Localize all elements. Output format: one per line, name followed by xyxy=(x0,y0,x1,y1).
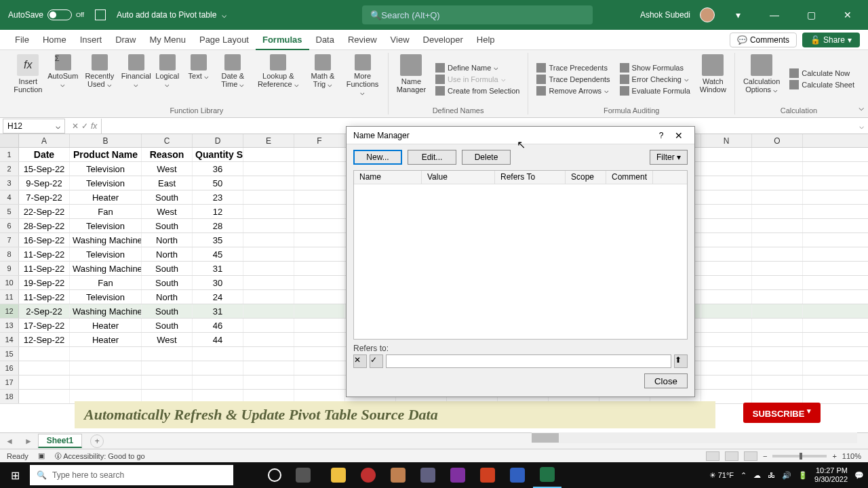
zoom-level[interactable]: 110% xyxy=(842,452,861,460)
sheet-nav-next-icon[interactable]: ► xyxy=(19,436,38,446)
use-in-formula-button[interactable]: Use in Formula ⌵ xyxy=(433,74,522,85)
text-button[interactable]: Text ⌵ xyxy=(185,53,212,105)
autosave-toggle[interactable]: AutoSave Off xyxy=(8,9,84,20)
weather-widget[interactable]: ☀ 71°F xyxy=(709,471,734,480)
tab-formulas[interactable]: Formulas xyxy=(256,30,309,50)
normal-view-icon[interactable] xyxy=(706,451,719,461)
comments-button[interactable]: 💬 Comments xyxy=(730,33,797,47)
expand-bar-icon[interactable]: ⌵ xyxy=(855,121,868,131)
remove-arrows-button[interactable]: Remove Arrows ⌵ xyxy=(534,85,612,96)
show-formulas-button[interactable]: Show Formulas xyxy=(617,62,693,73)
edit-button[interactable]: Edit... xyxy=(408,150,456,165)
filter-button[interactable]: Filter ▾ xyxy=(650,150,688,165)
share-button[interactable]: 🔓 Share ▾ xyxy=(802,33,860,47)
tab-page-layout[interactable]: Page Layout xyxy=(193,30,256,50)
col-header[interactable]: A xyxy=(19,134,70,147)
excel-icon[interactable] xyxy=(533,462,561,488)
trace-precedents-button[interactable]: Trace Precedents xyxy=(534,62,612,73)
watch-window-button[interactable]: Watch Window xyxy=(697,53,729,105)
trace-dependents-button[interactable]: Trace Dependents xyxy=(534,74,612,85)
name-manager-button[interactable]: Name Manager xyxy=(394,53,429,105)
calculate-now-button[interactable]: Calculate Now xyxy=(787,68,857,79)
powerpoint-icon[interactable] xyxy=(473,462,502,488)
search-input[interactable]: 🔍 Search (Alt+Q) xyxy=(362,5,593,24)
col-header[interactable]: F xyxy=(294,134,345,147)
col-scope[interactable]: Scope xyxy=(566,171,606,184)
explorer-icon[interactable] xyxy=(324,462,353,488)
avatar[interactable] xyxy=(700,7,715,22)
store-icon[interactable] xyxy=(414,462,442,488)
username[interactable]: Ashok Subedi xyxy=(640,10,690,20)
cancel-icon[interactable]: ✕ xyxy=(72,121,79,131)
taskbar-search[interactable]: 🔍 Type here to search xyxy=(30,465,233,485)
recently-used-button[interactable]: Recently Used ⌵ xyxy=(81,53,119,105)
collapse-ribbon-icon[interactable]: ⌵ xyxy=(859,102,864,113)
tab-developer[interactable]: Developer xyxy=(416,30,470,50)
sheet-nav-prev-icon[interactable]: ◄ xyxy=(0,436,19,446)
select-all-corner[interactable] xyxy=(0,134,19,147)
evaluate-formula-button[interactable]: Evaluate Formula xyxy=(617,85,693,96)
col-name[interactable]: Name xyxy=(354,171,422,184)
page-break-view-icon[interactable] xyxy=(744,451,757,461)
create-from-selection-button[interactable]: Create from Selection xyxy=(433,85,522,96)
tab-review[interactable]: Review xyxy=(341,30,384,50)
error-checking-button[interactable]: Error Checking ⌵ xyxy=(617,74,693,85)
logical-button[interactable]: Logical ⌵ xyxy=(154,53,181,105)
filename[interactable]: Auto add data to Pivot table ⌵ xyxy=(117,10,226,20)
paint-icon[interactable] xyxy=(384,462,412,488)
horizontal-scrollbar[interactable] xyxy=(532,432,857,443)
task-view-icon[interactable] xyxy=(289,462,317,488)
cortana-icon[interactable] xyxy=(260,462,289,488)
close-icon[interactable]: ✕ xyxy=(670,130,688,141)
battery-icon[interactable]: 🔋 xyxy=(798,471,808,480)
zoom-out-icon[interactable]: − xyxy=(763,452,767,460)
col-header[interactable]: E xyxy=(243,134,294,147)
help-icon[interactable]: ? xyxy=(652,131,670,140)
collapse-dialog-icon[interactable]: ⬆ xyxy=(674,354,688,368)
tab-help[interactable]: Help xyxy=(470,30,502,50)
clock[interactable]: 10:27 PM9/30/2022 xyxy=(814,466,848,484)
close-icon[interactable]: ✕ xyxy=(834,0,861,30)
enter-icon[interactable]: ✓ xyxy=(81,121,88,131)
accessibility-status[interactable]: 🛈 Accessibility: Good to go xyxy=(54,452,145,460)
tab-draw[interactable]: Draw xyxy=(108,30,142,50)
app-icon[interactable] xyxy=(443,462,472,488)
more-functions-button[interactable]: More Functions ⌵ xyxy=(342,53,382,105)
subscribe-button[interactable]: SUBSCRIBE ▾ xyxy=(743,403,821,423)
col-header[interactable]: D xyxy=(193,134,243,147)
refers-to-input[interactable] xyxy=(386,354,671,368)
toggle-icon[interactable] xyxy=(47,9,72,20)
col-header[interactable]: N xyxy=(701,134,752,147)
tray-chevron-icon[interactable]: ⌃ xyxy=(741,471,747,480)
ribbon-opts-icon[interactable]: ▾ xyxy=(724,0,751,30)
math-trig-button[interactable]: Math & Trig ⌵ xyxy=(307,53,339,105)
sheet-tab-sheet1[interactable]: Sheet1 xyxy=(38,434,82,448)
minimize-icon[interactable]: — xyxy=(761,0,788,30)
onedrive-icon[interactable]: ☁ xyxy=(753,471,761,480)
save-icon[interactable] xyxy=(95,9,106,20)
col-value[interactable]: Value xyxy=(422,171,495,184)
tab-file[interactable]: File xyxy=(8,30,36,50)
financial-button[interactable]: Financial ⌵ xyxy=(123,53,150,105)
start-button[interactable]: ⊞ xyxy=(0,469,30,482)
calc-options-button[interactable]: Calculation Options ⌵ xyxy=(741,53,783,105)
tab-home[interactable]: Home xyxy=(36,30,73,50)
insert-function-button[interactable]: fxInsert Function xyxy=(11,53,45,105)
refers-accept-icon[interactable]: ✓ xyxy=(370,354,383,368)
col-comment[interactable]: Comment xyxy=(606,171,653,184)
volume-icon[interactable]: 🔊 xyxy=(782,471,791,480)
page-layout-view-icon[interactable] xyxy=(725,451,738,461)
zoom-in-icon[interactable]: + xyxy=(832,452,836,460)
add-sheet-button[interactable]: + xyxy=(90,434,104,448)
col-header[interactable]: B xyxy=(70,134,142,147)
network-icon[interactable]: 🖧 xyxy=(768,471,775,479)
col-header[interactable]: O xyxy=(752,134,803,147)
calculate-sheet-button[interactable]: Calculate Sheet xyxy=(787,79,857,90)
autosum-button[interactable]: ΣAutoSum ⌵ xyxy=(50,53,77,105)
tab-view[interactable]: View xyxy=(384,30,416,50)
col-refers[interactable]: Refers To xyxy=(495,171,566,184)
tab-my-menu[interactable]: My Menu xyxy=(143,30,193,50)
date-time-button[interactable]: Date & Time ⌵ xyxy=(216,53,250,105)
notifications-icon[interactable]: 💬 xyxy=(854,471,864,480)
lookup-button[interactable]: Lookup & Reference ⌵ xyxy=(254,53,303,105)
